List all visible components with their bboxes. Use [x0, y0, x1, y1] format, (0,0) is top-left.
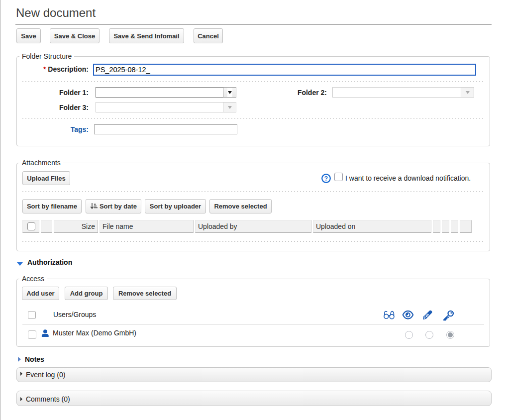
svg-text:?: ? — [324, 175, 328, 182]
